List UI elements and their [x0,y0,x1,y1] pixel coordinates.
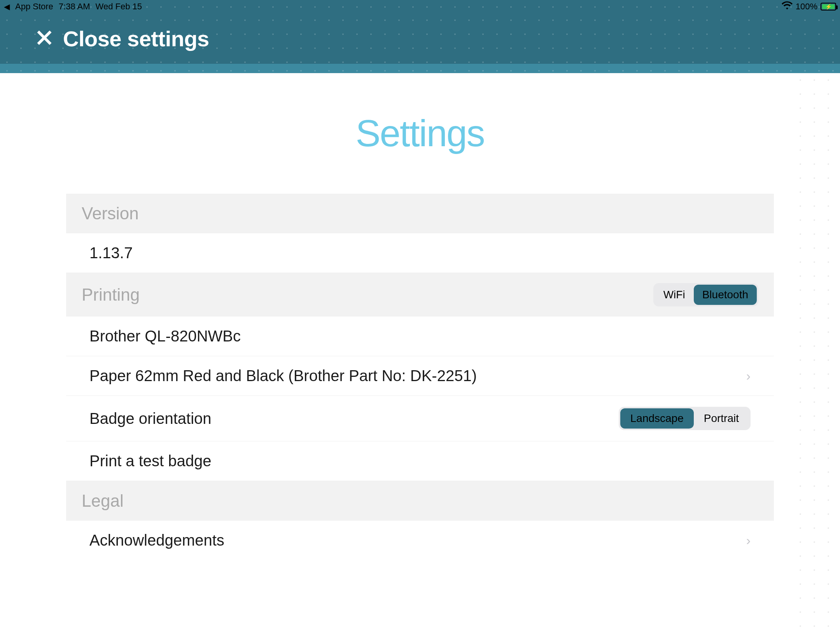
connection-segmented: WiFi Bluetooth [653,283,758,306]
settings-content: Version 1.13.7 Printing WiFi Bluetooth B… [66,194,774,560]
acknowledgements-label: Acknowledgements [89,532,224,549]
orientation-segmented: Landscape Portrait [619,407,751,430]
acknowledgements-row[interactable]: Acknowledgements › [66,521,774,560]
decorative-dots [793,73,840,630]
connection-option-wifi[interactable]: WiFi [655,285,694,305]
orientation-label: Badge orientation [89,410,212,427]
paper-row[interactable]: Paper 62mm Red and Black (Brother Part N… [66,356,774,396]
chevron-right-icon: › [746,368,751,383]
orientation-row: Badge orientation Landscape Portrait [66,396,774,441]
status-bar: ◀ App Store 7:38 AM Wed Feb 15 100% ⚡ [0,0,840,13]
chevron-right-icon: › [746,533,751,548]
section-header-printing-label: Printing [82,285,140,304]
orientation-option-portrait[interactable]: Portrait [694,408,749,429]
battery-icon: ⚡ [821,3,836,10]
status-date: Wed Feb 15 [96,2,142,12]
page-title: Settings [0,112,840,155]
close-icon[interactable] [35,28,54,49]
connection-option-bluetooth[interactable]: Bluetooth [694,285,757,305]
section-header-legal: Legal [66,481,774,521]
wifi-icon [782,1,793,12]
section-header-legal-label: Legal [82,491,124,511]
status-time: 7:38 AM [59,2,90,12]
status-back-label[interactable]: App Store [15,2,53,12]
back-arrow-icon[interactable]: ◀ [4,2,10,11]
section-header-version-label: Version [82,204,139,223]
test-badge-label: Print a test badge [89,452,212,470]
header-bar: Close settings [0,13,840,64]
header-accent-strip [0,64,840,73]
version-value: 1.13.7 [89,244,133,262]
test-badge-row[interactable]: Print a test badge [66,441,774,481]
battery-percentage: 100% [796,2,817,12]
paper-label: Paper 62mm Red and Black (Brother Part N… [89,367,477,385]
printer-name: Brother QL-820NWBc [89,327,241,345]
version-row: 1.13.7 [66,233,774,273]
section-header-printing: Printing WiFi Bluetooth [66,273,774,317]
section-header-version: Version [66,194,774,233]
orientation-option-landscape[interactable]: Landscape [620,408,694,429]
close-settings-button[interactable]: Close settings [63,26,209,51]
printer-row[interactable]: Brother QL-820NWBc [66,317,774,356]
